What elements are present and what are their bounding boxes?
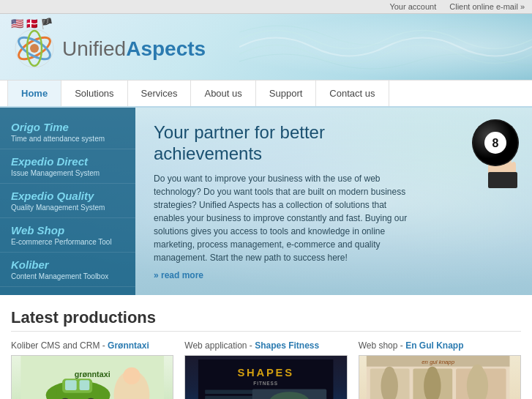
nav-services[interactable]: Services bbox=[128, 81, 192, 106]
hero-content: 8 Your partner for better achievements D… bbox=[135, 108, 532, 295]
hero-section: Origo Time Time and attendance system Ex… bbox=[0, 108, 532, 295]
production-link-engulknapp[interactable]: En Gul Knapp bbox=[405, 340, 463, 351]
svg-point-44 bbox=[384, 366, 394, 376]
flag-us[interactable]: 🇺🇸 bbox=[11, 18, 23, 29]
sidebar-item-expedio-quality[interactable]: Expedio Quality Quality Management Syste… bbox=[0, 184, 135, 218]
main-nav: Home Solutions Services About us Support… bbox=[0, 80, 532, 108]
logo-icon bbox=[15, 29, 55, 69]
sidebar-item-origo-time[interactable]: Origo Time Time and attendance system bbox=[0, 115, 135, 149]
production-label-gronntaxi: Koliber CMS and CRM - Grønntaxi bbox=[11, 340, 173, 351]
your-account-link[interactable]: Your account bbox=[389, 2, 436, 11]
sidebar-item-expedio-direct[interactable]: Expedio Direct Issue Management System bbox=[0, 149, 135, 184]
production-label-shapes: Web application - Shapes Fitness bbox=[184, 340, 347, 351]
nav-about-us[interactable]: About us bbox=[191, 81, 255, 106]
logo[interactable]: UnifiedAspects bbox=[15, 29, 206, 69]
svg-rect-10 bbox=[488, 172, 517, 188]
flag-other[interactable]: 🏴 bbox=[40, 18, 53, 29]
svg-text:FITNESS: FITNESS bbox=[254, 381, 279, 386]
nav-home[interactable]: Home bbox=[7, 81, 61, 106]
read-more-link[interactable]: read more bbox=[154, 270, 203, 280]
logo-text: UnifiedAspects bbox=[62, 37, 206, 61]
svg-text:SHAPES: SHAPES bbox=[238, 367, 294, 379]
production-item-gronntaxi: Koliber CMS and CRM - Grønntaxi grø bbox=[11, 340, 173, 399]
eight-ball-image: 8 bbox=[466, 115, 525, 188]
svg-point-27 bbox=[123, 367, 140, 384]
production-thumb-engulknapp[interactable]: en gul knapp bbox=[359, 355, 521, 399]
svg-point-4 bbox=[30, 44, 39, 53]
svg-rect-20 bbox=[80, 380, 90, 390]
svg-point-46 bbox=[427, 366, 438, 376]
svg-point-48 bbox=[471, 364, 483, 376]
flag-icons[interactable]: 🇺🇸 🇩🇰 🏴 bbox=[11, 18, 53, 29]
svg-text:8: 8 bbox=[492, 137, 499, 149]
hero-body: Do you want to improve your business wit… bbox=[154, 172, 417, 264]
svg-text:grønntaxi: grønntaxi bbox=[75, 370, 110, 379]
svg-text:en gul knapp: en gul knapp bbox=[422, 358, 454, 365]
product-sidebar: Origo Time Time and attendance system Ex… bbox=[0, 108, 135, 295]
nav-solutions[interactable]: Solutions bbox=[61, 81, 127, 106]
production-thumb-shapes[interactable]: SHAPES FITNESS bbox=[184, 355, 347, 399]
hero-title: Your partner for better achievements bbox=[154, 122, 402, 165]
client-email-link[interactable]: Client online e-mail » bbox=[449, 2, 525, 11]
nav-support[interactable]: Support bbox=[256, 81, 317, 106]
production-label-engulknapp: Web shop - En Gul Knapp bbox=[359, 340, 521, 351]
production-thumb-gronntaxi[interactable]: grønntaxi bbox=[11, 355, 173, 399]
production-item-shapes: Web application - Shapes Fitness SHAPES … bbox=[184, 340, 347, 399]
production-link-gronntaxi[interactable]: Grønntaxi bbox=[108, 340, 149, 351]
top-bar: Your account Client online e-mail » bbox=[0, 0, 532, 14]
latest-productions-section: Latest productions Koliber CMS and CRM -… bbox=[0, 295, 532, 399]
flag-dk[interactable]: 🇩🇰 bbox=[26, 18, 38, 29]
sidebar-item-koliber[interactable]: Koliber Content Management Toolbox bbox=[0, 253, 135, 287]
production-link-shapes[interactable]: Shapes Fitness bbox=[255, 340, 319, 351]
productions-grid: Koliber CMS and CRM - Grønntaxi grø bbox=[11, 340, 521, 399]
sidebar-item-web-shop[interactable]: Web Shop E-commerce Performance Tool bbox=[0, 218, 135, 253]
latest-productions-title: Latest productions bbox=[11, 308, 521, 332]
header: UnifiedAspects 🇺🇸 🇩🇰 🏴 bbox=[0, 14, 532, 80]
svg-rect-19 bbox=[65, 380, 77, 390]
nav-contact-us[interactable]: Contact us bbox=[316, 81, 389, 106]
production-item-engulknapp: Web shop - En Gul Knapp en gul knapp bbox=[359, 340, 521, 399]
wave-decoration bbox=[239, 14, 532, 80]
